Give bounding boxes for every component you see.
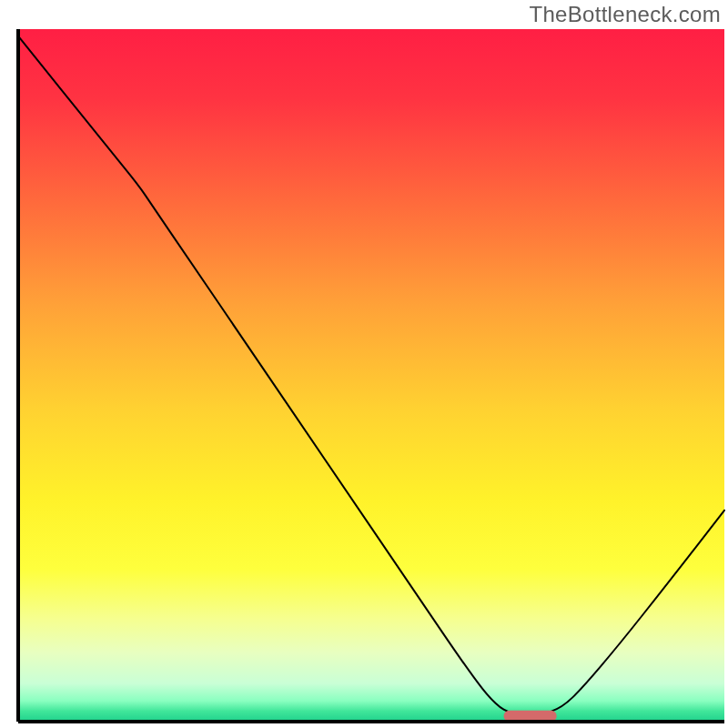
bottleneck-chart (0, 0, 728, 728)
plot-background (18, 29, 724, 722)
watermark-text: TheBottleneck.com (529, 2, 721, 27)
chart-frame: TheBottleneck.com (0, 0, 728, 728)
